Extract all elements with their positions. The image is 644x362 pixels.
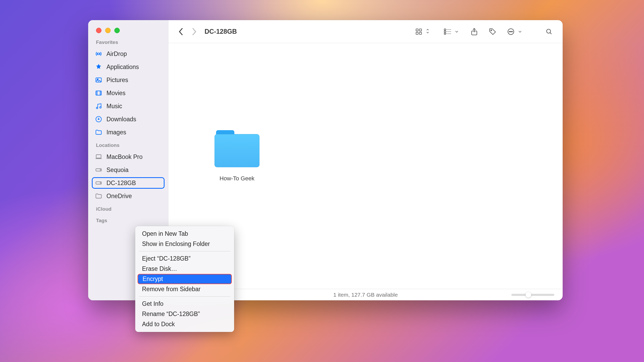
sidebar-item-label: Images bbox=[106, 129, 126, 136]
applications-icon bbox=[95, 63, 102, 71]
sidebar-section-locations: Locations bbox=[88, 139, 168, 150]
pictures-icon bbox=[95, 76, 102, 84]
folder-item[interactable]: How-To Geek bbox=[202, 130, 272, 182]
svg-point-11 bbox=[100, 183, 101, 183]
svg-point-4 bbox=[96, 107, 98, 109]
disk-icon bbox=[95, 179, 102, 187]
folder-icon bbox=[214, 130, 259, 167]
sidebar-item-label: MacBook Pro bbox=[106, 153, 143, 160]
back-button[interactable] bbox=[176, 26, 186, 37]
sidebar-item-movies[interactable]: Movies bbox=[92, 87, 165, 99]
svg-rect-12 bbox=[416, 29, 418, 31]
context-menu: Open in New Tab Show in Enclosing Folder… bbox=[135, 226, 234, 332]
sidebar-item-label: DC-128GB bbox=[106, 180, 136, 187]
sidebar-item-label: OneDrive bbox=[106, 193, 132, 200]
laptop-icon bbox=[95, 153, 102, 160]
view-icon-button[interactable] bbox=[413, 25, 429, 38]
ctx-eject[interactable]: Eject “DC-128GB” bbox=[135, 254, 234, 264]
svg-rect-3 bbox=[96, 91, 101, 95]
sidebar-item-label: Sequoia bbox=[106, 166, 128, 174]
group-button[interactable] bbox=[441, 25, 459, 38]
minimize-button[interactable] bbox=[105, 28, 111, 33]
svg-rect-13 bbox=[419, 29, 421, 31]
ctx-separator bbox=[139, 296, 230, 297]
toolbar: DC-128GB bbox=[168, 20, 563, 43]
chevron-down-icon bbox=[518, 30, 522, 34]
ctx-remove-sidebar[interactable]: Remove from Sidebar bbox=[135, 284, 234, 294]
sidebar-section-favorites: Favorites bbox=[88, 36, 168, 47]
svg-rect-16 bbox=[444, 29, 446, 30]
sidebar-item-label: Pictures bbox=[106, 77, 128, 84]
svg-point-24 bbox=[512, 31, 513, 32]
svg-rect-15 bbox=[419, 32, 421, 34]
window-controls bbox=[88, 25, 168, 36]
music-icon bbox=[95, 102, 102, 110]
sidebar-item-macbook[interactable]: MacBook Pro bbox=[92, 151, 165, 163]
sidebar-item-label: Music bbox=[106, 103, 122, 110]
svg-rect-18 bbox=[444, 33, 446, 34]
slider-knob[interactable] bbox=[526, 292, 531, 298]
sidebar-item-label: AirDrop bbox=[106, 50, 127, 58]
sidebar-item-label: Movies bbox=[106, 90, 126, 97]
forward-button[interactable] bbox=[189, 26, 199, 37]
svg-point-20 bbox=[491, 30, 492, 31]
sidebar-item-applications[interactable]: Applications bbox=[92, 61, 165, 73]
folder-label: How-To Geek bbox=[202, 175, 272, 182]
grid-icon bbox=[413, 25, 425, 38]
group-icon bbox=[441, 25, 454, 38]
svg-rect-17 bbox=[444, 31, 446, 32]
svg-point-5 bbox=[100, 107, 101, 108]
sidebar-item-airdrop[interactable]: AirDrop bbox=[92, 48, 165, 60]
sidebar-item-images[interactable]: Images bbox=[92, 127, 165, 138]
icon-size-slider[interactable] bbox=[511, 294, 554, 296]
sidebar-item-label: Applications bbox=[106, 64, 139, 71]
sidebar-item-label: Downloads bbox=[106, 116, 136, 123]
ctx-erase[interactable]: Erase Disk… bbox=[135, 264, 234, 274]
chevron-down-icon bbox=[455, 30, 459, 34]
svg-rect-7 bbox=[96, 155, 101, 158]
ctx-show-enclosing[interactable]: Show in Enclosing Folder bbox=[135, 239, 234, 249]
sidebar-item-sequoia[interactable]: Sequoia bbox=[92, 164, 165, 176]
ctx-add-dock[interactable]: Add to Dock bbox=[135, 319, 234, 329]
ctx-rename[interactable]: Rename “DC-128GB” bbox=[135, 309, 234, 319]
sidebar-item-downloads[interactable]: Downloads bbox=[92, 113, 165, 125]
close-button[interactable] bbox=[96, 28, 101, 33]
chevron-updown-icon bbox=[426, 28, 429, 35]
folder-icon bbox=[95, 192, 102, 200]
downloads-icon bbox=[95, 116, 102, 123]
svg-point-0 bbox=[98, 53, 100, 55]
search-button[interactable] bbox=[543, 25, 555, 38]
airdrop-icon bbox=[95, 50, 102, 58]
ctx-get-info[interactable]: Get Info bbox=[135, 299, 234, 309]
svg-point-23 bbox=[511, 31, 511, 32]
svg-rect-14 bbox=[416, 32, 418, 34]
sidebar-item-dc128gb[interactable]: DC-128GB bbox=[92, 177, 165, 189]
status-text: 1 item, 127.7 GB available bbox=[333, 292, 398, 298]
svg-point-22 bbox=[509, 31, 510, 32]
zoom-button[interactable] bbox=[114, 28, 120, 33]
share-button[interactable] bbox=[468, 25, 481, 38]
sidebar-item-pictures[interactable]: Pictures bbox=[92, 74, 165, 86]
sidebar-section-icloud: iCloud bbox=[88, 203, 168, 214]
tags-button[interactable] bbox=[486, 25, 499, 38]
sidebar-section-tags: Tags bbox=[88, 214, 168, 226]
disk-icon bbox=[95, 166, 102, 174]
actions-button[interactable] bbox=[505, 25, 522, 38]
window-title: DC-128GB bbox=[205, 28, 237, 35]
ellipsis-circle-icon bbox=[505, 25, 517, 38]
sidebar-item-onedrive[interactable]: OneDrive bbox=[92, 190, 165, 202]
movies-icon bbox=[95, 89, 102, 97]
ctx-encrypt[interactable]: Encrypt bbox=[138, 274, 232, 284]
sidebar-item-music[interactable]: Music bbox=[92, 100, 165, 112]
svg-point-9 bbox=[100, 170, 101, 170]
ctx-open-new-tab[interactable]: Open in New Tab bbox=[135, 229, 234, 239]
ctx-separator bbox=[139, 251, 230, 251]
folder-icon bbox=[95, 129, 102, 136]
